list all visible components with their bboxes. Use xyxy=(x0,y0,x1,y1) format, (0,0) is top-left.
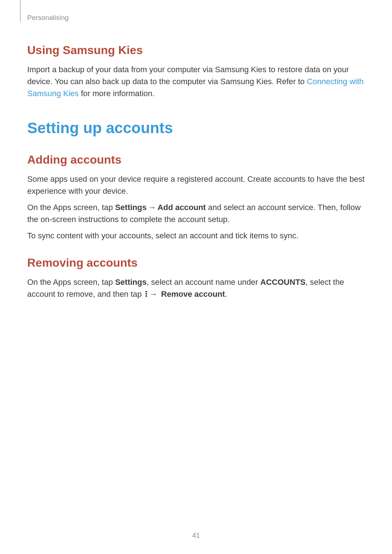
section-adding-accounts: Adding accounts Some apps used on your d… xyxy=(27,153,365,242)
ui-label-remove-account: Remove account xyxy=(161,290,225,299)
text: . xyxy=(225,290,227,299)
text: On the Apps screen, tap xyxy=(27,203,115,212)
paragraph: On the Apps screen, tap Settings, select… xyxy=(27,276,365,300)
heading-adding-accounts: Adding accounts xyxy=(27,153,365,167)
paragraph: Import a backup of your data from your c… xyxy=(27,63,365,99)
page-body: Personalising Using Samsung Kies Import … xyxy=(0,0,392,300)
ui-label-add-account: Add account xyxy=(158,203,206,212)
text: , select an account name under xyxy=(147,278,260,287)
text: Import a backup of your data from your c… xyxy=(27,65,349,86)
text: On the Apps screen, tap xyxy=(27,278,115,287)
more-options-icon xyxy=(146,291,147,297)
heading-removing-accounts: Removing accounts xyxy=(27,256,365,270)
breadcrumb: Personalising xyxy=(27,14,365,22)
arrow-icon: → xyxy=(148,203,156,212)
heading-setting-up-accounts: Setting up accounts xyxy=(27,119,365,137)
section-using-samsung-kies: Using Samsung Kies Import a backup of yo… xyxy=(27,44,365,99)
ui-label-accounts: ACCOUNTS xyxy=(260,278,306,287)
ui-label-settings: Settings xyxy=(115,203,147,212)
header-tick-mark xyxy=(20,0,21,22)
paragraph: On the Apps screen, tap Settings→Add acc… xyxy=(27,201,365,225)
section-removing-accounts: Removing accounts On the Apps screen, ta… xyxy=(27,256,365,300)
page-number: 41 xyxy=(0,532,392,539)
paragraph: To sync content with your accounts, sele… xyxy=(27,230,365,242)
arrow-icon: → xyxy=(150,290,158,299)
ui-label-settings: Settings xyxy=(115,278,147,287)
heading-using-samsung-kies: Using Samsung Kies xyxy=(27,44,365,57)
text: for more information. xyxy=(79,89,155,98)
paragraph: Some apps used on your device require a … xyxy=(27,173,365,197)
